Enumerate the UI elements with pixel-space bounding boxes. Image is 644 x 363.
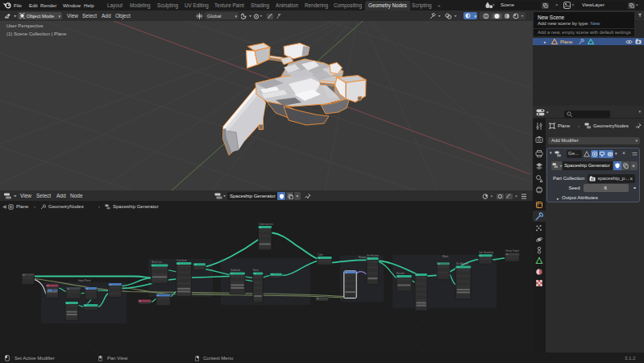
svg-text:Subdivide: Subdivide bbox=[231, 269, 241, 272]
svg-text:Transform: Transform bbox=[177, 259, 187, 262]
svg-text:Noise: Noise bbox=[253, 269, 260, 272]
svg-text:Mesh Line: Mesh Line bbox=[152, 261, 162, 264]
svg-text:Set Position: Set Position bbox=[367, 254, 379, 257]
svg-text:Extrude: Extrude bbox=[397, 272, 405, 275]
svg-text:Set Material: Set Material bbox=[456, 262, 468, 265]
svg-text:Main: Main bbox=[442, 255, 448, 258]
svg-text:Group Output: Group Output bbox=[505, 249, 519, 252]
svg-text:Collection Inst.: Collection Inst. bbox=[259, 223, 274, 226]
svg-text:Cube: Cube bbox=[318, 253, 323, 257]
svg-text:Input Parts: Input Parts bbox=[78, 279, 91, 282]
svg-text:Rotate: Rotate bbox=[359, 256, 367, 259]
svg-text:Join Geometry: Join Geometry bbox=[479, 251, 494, 254]
